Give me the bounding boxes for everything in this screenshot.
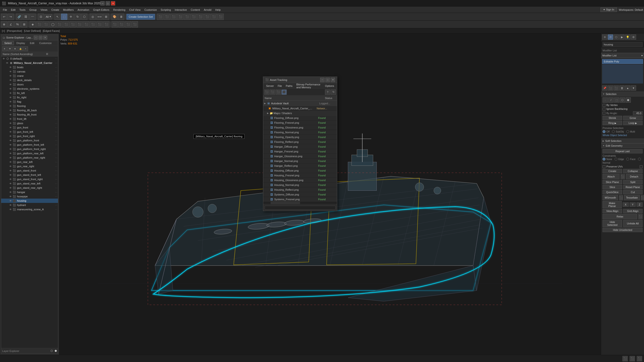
at-minimize-btn[interactable]: ─ [320,78,324,82]
eye-icon[interactable]: 👁 [9,117,12,121]
quickslice-button[interactable]: QuickSlice [602,190,622,194]
tb-extra8[interactable]: ⬛ [211,14,217,20]
rp-modify-icon[interactable]: ⟳ [608,34,613,40]
tab-customize[interactable]: Customize [37,41,54,45]
unlink-button[interactable]: ⛓ [23,14,29,20]
se-item-glass[interactable]: 👁⬛glass··· [1,121,58,125]
eye-icon[interactable]: 👁 [9,83,12,86]
se-tb-freeze[interactable]: ❄ [13,46,18,51]
tab-select[interactable]: Select [2,41,14,45]
at-row-systems-diffuse[interactable]: 🖼 Systems_Diffuse.png Found [263,192,337,197]
polygon-icon[interactable]: ⬡ [620,97,625,103]
relax-button[interactable]: Relax [602,214,637,219]
se-tb-add[interactable]: + [23,46,28,51]
attach-button[interactable]: Attach [602,174,620,179]
status-icon1[interactable]: ⬛ [622,356,628,361]
tb-extra1[interactable]: ⬛ [164,14,170,20]
hide-unselected-button[interactable]: Hide Unselected [602,228,642,232]
eye-icon[interactable]: 👁 [9,208,12,211]
radio-off[interactable] [602,130,606,133]
radio-subobj[interactable] [612,130,615,133]
editable-poly-modifier[interactable]: Editable Poly [602,59,643,64]
eye-icon[interactable]: 👁 [9,182,12,185]
at-row-housing-normal[interactable]: 🖼 Housing_Normal.png Found [263,183,337,187]
se-item-gun_stand_front_left[interactable]: 👁⬛gun_stand_front_left··· [1,173,58,177]
mirror-button[interactable]: ⟺ [96,14,102,20]
se-item-electronic_systems[interactable]: 👁⬛electronic_systems··· [1,87,58,91]
eye-icon[interactable]: 👁 [9,147,12,151]
slice-button[interactable]: Slice [602,185,622,189]
eye-icon[interactable]: 👁 [9,156,12,159]
align-button[interactable]: ⊞ [103,14,109,20]
at-row-flooring-reflect[interactable]: 🖼 Flooring_Reflect.png Found [263,139,337,144]
use-center-flyout[interactable]: ◎ [90,14,96,20]
eye-icon[interactable]: 👁 [9,203,12,207]
at-tb-btn3[interactable]: ⬛ [276,89,281,95]
hide-selected-button[interactable]: Hide Selected [602,220,622,227]
y-button[interactable]: Y [630,202,636,207]
tb2-extra4[interactable]: ⬛ [56,21,62,27]
tab-display[interactable]: Display [14,41,27,45]
at-tb-help[interactable]: ? [325,89,330,95]
se-footer-icon2[interactable]: ⬢ [54,349,57,352]
se-footer-icon1[interactable]: ⬡ [50,349,53,352]
at-tb-btn4[interactable]: ⬛ [282,89,287,95]
tessellate-settings-icon[interactable]: ⬛ [641,195,644,200]
bind-space-warp[interactable]: 〰 [30,14,36,20]
redo-button[interactable]: ↪ [8,14,14,20]
se-minimize-btn[interactable]: ─ [34,36,38,39]
menu-graph-editors[interactable]: Graph Editors [91,8,111,12]
at-tb-btn2[interactable]: ⬛ [270,89,275,95]
radio-edge[interactable] [614,158,618,161]
eye-icon[interactable]: 👁 [9,126,12,129]
at-row-flooring-diffuse[interactable]: 🖼 Flooring_Diffuse.png Found [263,116,337,120]
se-item-gun_platform_rear_left[interactable]: 👁⬛gun_platform_rear_left··· [1,151,58,156]
tessellate-button[interactable]: Tessellate [624,195,640,200]
modifier-search-input[interactable] [602,42,642,47]
render-setup[interactable]: 🖥 [118,14,124,20]
eye-icon[interactable]: 👁 [9,104,12,108]
se-tb-lock[interactable]: 🔒 [18,46,23,51]
eye-icon[interactable]: 👁 [9,91,12,95]
se-item-boats[interactable]: 👁⬛boats··· [1,65,58,69]
status-icon3[interactable]: ⬛ [637,356,642,361]
close-button[interactable]: ✕ [111,1,115,5]
menu-interactive[interactable]: Interactive [173,8,189,12]
modifier-list-dropdown[interactable]: Modifier List ▾ [601,53,644,58]
at-row-hangar-glossiness[interactable]: 🖼 Hangar_Glossiness.png Found [263,154,337,159]
z-button[interactable]: Z [636,202,642,207]
x-button[interactable]: X [623,202,629,207]
menu-tools[interactable]: Tools [18,8,28,12]
eye-icon[interactable]: 👁 [9,134,12,138]
tb-extra3[interactable]: ⬛ [177,14,184,20]
eye-icon[interactable]: 👁 [6,61,9,65]
edit-geometry-header[interactable]: ▼ Edit Geometry [601,143,644,148]
menu-modifiers[interactable]: Modifiers [61,8,76,12]
se-item-gun_stand_front[interactable]: 👁⬛gun_stand_front··· [1,168,58,173]
by-angle-checkbox[interactable] [602,112,606,115]
se-item-gun_platform_rear_right[interactable]: 👁⬛gun_platform_rear_right··· [1,156,58,160]
at-menu-file[interactable]: File [276,84,284,88]
eye-icon[interactable]: 👁 [2,57,6,60]
at-tb-refresh[interactable]: ↻ [331,89,336,95]
se-item-gun_front_left[interactable]: 👁⬛gun_front_left··· [1,130,58,134]
tb-extra7[interactable]: ⬛ [204,14,210,20]
at-row-flooring-fresnel[interactable]: 🖼 Flooring_Fresnel.png Found [263,120,337,125]
se-item-flag[interactable]: 👁⬛flag··· [1,99,58,104]
tb-extra6[interactable]: ⬛ [197,14,204,20]
rp-create-icon[interactable]: ✛ [602,34,607,40]
se-item-gun_front[interactable]: 👁⬛gun_front··· [1,125,58,130]
mod-move-down-icon[interactable]: ▼ [631,85,636,91]
mod-move-up-icon[interactable]: ▲ [625,85,630,91]
vp-edged-faces[interactable]: [Edged Faces] [43,29,60,32]
se-item-hosepipe[interactable]: 👁⬛hosepipe··· [1,194,58,199]
scale-button[interactable]: ⬡ [81,14,88,20]
at-row-flooring-glossiness[interactable]: 🖼 Flooring_Glossiness.png Found [263,125,337,130]
by-vertex-checkbox[interactable] [602,104,606,107]
menu-rendering[interactable]: Rendering [111,8,128,12]
eye-icon[interactable]: 👁 [9,165,12,168]
at-row-housing-fresnel[interactable]: 🖼 Housing_Fresnel.png Found [263,173,337,178]
se-close-btn[interactable]: ✕ [43,36,47,39]
detach-button[interactable]: Detach [626,174,643,179]
select-button[interactable]: ↖ [54,14,60,20]
